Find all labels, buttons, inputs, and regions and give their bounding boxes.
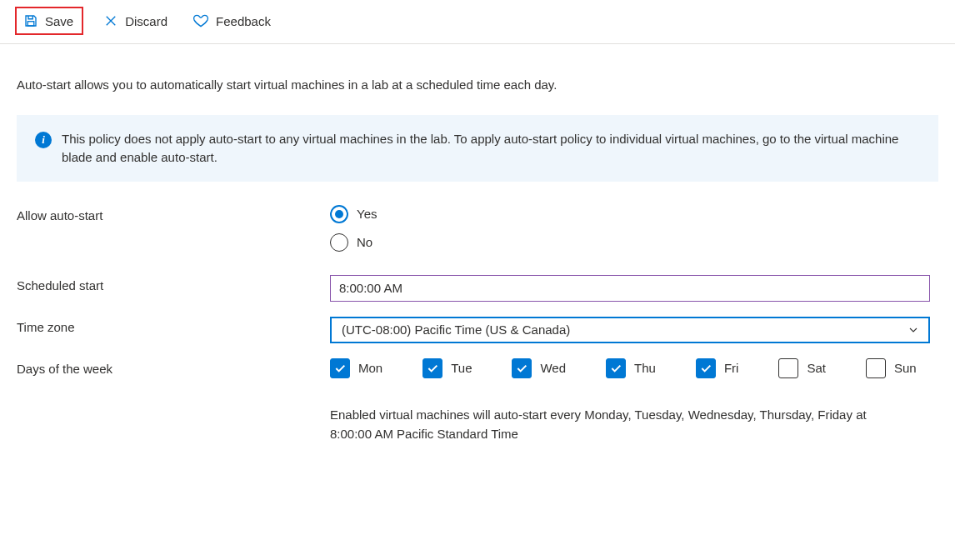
- checkbox-icon: [696, 358, 716, 378]
- close-icon: [103, 13, 118, 28]
- checkbox-icon: [606, 358, 626, 378]
- day-checkbox-tue[interactable]: Tue: [422, 358, 472, 378]
- timezone-row: Time zone (UTC-08:00) Pacific Time (US &…: [17, 317, 938, 343]
- save-label: Save: [45, 14, 73, 28]
- days-container: MonTueWedThuFriSatSun: [330, 358, 938, 378]
- info-text: This policy does not apply auto-start to…: [62, 130, 920, 167]
- radio-label: Yes: [357, 207, 377, 221]
- checkbox-icon: [866, 358, 886, 378]
- days-label: Days of the week: [17, 358, 330, 376]
- scheduled-start-input[interactable]: [330, 275, 930, 302]
- chevron-down-icon: [907, 323, 920, 337]
- svg-rect-0: [28, 22, 34, 26]
- page-description: Auto-start allows you to automatically s…: [17, 61, 938, 115]
- heart-icon: [192, 12, 209, 29]
- save-icon: [23, 13, 38, 28]
- day-label: Tue: [451, 361, 472, 375]
- info-icon: i: [35, 132, 52, 148]
- days-row: Days of the week MonTueWedThuFriSatSun: [17, 358, 938, 378]
- day-checkbox-wed[interactable]: Wed: [512, 358, 566, 378]
- save-button[interactable]: Save: [15, 7, 83, 35]
- scheduled-start-row: Scheduled start: [17, 275, 938, 302]
- day-checkbox-mon[interactable]: Mon: [330, 358, 382, 378]
- content: Auto-start allows you to automatically s…: [0, 44, 955, 460]
- day-label: Thu: [634, 361, 656, 375]
- checkbox-icon: [778, 358, 798, 378]
- feedback-label: Feedback: [216, 14, 271, 28]
- discard-label: Discard: [125, 14, 168, 28]
- day-checkbox-thu[interactable]: Thu: [606, 358, 656, 378]
- allow-autostart-row: Allow auto-start Yes No: [17, 205, 938, 252]
- summary-text: Enabled virtual machines will auto-start…: [17, 405, 892, 444]
- day-label: Sat: [807, 361, 826, 375]
- discard-button[interactable]: Discard: [98, 10, 172, 32]
- scheduled-start-label: Scheduled start: [17, 275, 330, 292]
- radio-label: No: [357, 235, 372, 249]
- allow-autostart-label: Allow auto-start: [17, 205, 330, 222]
- day-checkbox-fri[interactable]: Fri: [696, 358, 739, 378]
- timezone-value: (UTC-08:00) Pacific Time (US & Canada): [342, 322, 570, 337]
- day-label: Mon: [358, 361, 382, 375]
- day-label: Wed: [540, 361, 566, 375]
- day-label: Sun: [894, 361, 917, 375]
- radio-icon: [330, 233, 348, 252]
- checkbox-icon: [422, 358, 442, 378]
- day-label: Fri: [724, 361, 739, 375]
- day-checkbox-sat[interactable]: Sat: [778, 358, 826, 378]
- allow-yes-radio[interactable]: Yes: [330, 205, 938, 223]
- day-checkbox-sun[interactable]: Sun: [866, 358, 917, 378]
- info-box: i This policy does not apply auto-start …: [17, 115, 938, 182]
- timezone-select[interactable]: (UTC-08:00) Pacific Time (US & Canada): [330, 317, 930, 343]
- toolbar: Save Discard Feedback: [0, 0, 955, 44]
- checkbox-icon: [512, 358, 532, 378]
- checkbox-icon: [330, 358, 350, 378]
- allow-no-radio[interactable]: No: [330, 233, 938, 252]
- timezone-label: Time zone: [17, 317, 330, 334]
- feedback-button[interactable]: Feedback: [188, 9, 276, 32]
- allow-autostart-radiogroup: Yes No: [330, 205, 938, 252]
- radio-icon: [330, 205, 348, 223]
